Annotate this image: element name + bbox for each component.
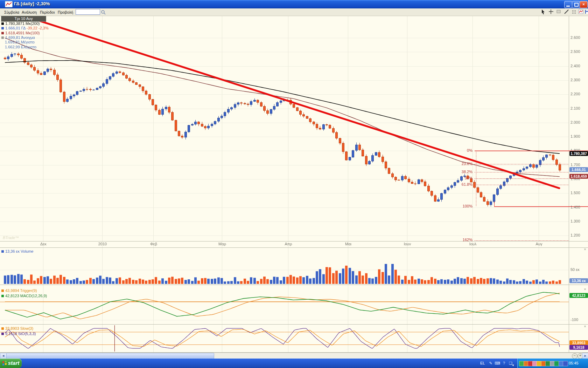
minimize-button-glyph: [566, 6, 570, 7]
restore-button[interactable]: [572, 1, 580, 8]
legend-text: 1.662,99 Ελάχιστο: [5, 45, 36, 49]
price-tick-label: 1.400: [570, 205, 587, 209]
clock: 05:45: [569, 361, 579, 365]
trendline-icon[interactable]: [563, 9, 570, 15]
cursor-icon[interactable]: [540, 9, 547, 15]
axis-value-tag: 42,8123: [569, 293, 588, 298]
help-icon[interactable]: ?: [501, 360, 507, 366]
symbol-search-input[interactable]: [76, 9, 100, 15]
legend-marker: [1, 250, 4, 253]
price-tick-label: 2.200: [570, 92, 587, 96]
price-tick-label: 1.500: [570, 191, 587, 195]
stoch-legend-row: 9,1618 StO(5,3,3): [1, 332, 36, 336]
axis-value-tag: 13,36 εκ: [569, 278, 588, 283]
menu-item-Ανάλυση[interactable]: Ανάλυση: [20, 9, 38, 15]
month-label-Δεκ: Δεκ: [37, 242, 49, 246]
menu-item-Σύμβολα[interactable]: Σύμβολα: [3, 9, 21, 15]
month-label-Απρ: Απρ: [282, 242, 294, 246]
network-icon[interactable]: [563, 361, 568, 366]
legend-text: 1.699,81 Μέγιστο: [5, 40, 35, 44]
region-icon[interactable]: [555, 9, 562, 15]
fib-label: 100%: [451, 204, 472, 208]
price-tick-label: 2.100: [570, 106, 587, 110]
legend-text: 1.699,81 Άνοιγμα: [5, 35, 35, 40]
language-indicator[interactable]: EL: [480, 361, 485, 365]
windows-logo-icon: [2, 359, 7, 364]
start-button[interactable]: start: [0, 359, 22, 368]
legend-text: 1.618,4591 Μκ(100): [5, 31, 40, 35]
fib-label: 162%: [451, 238, 472, 242]
system-tray: 05:45: [517, 359, 588, 368]
legend-text: 1.666,01 ΓΔ: [5, 26, 27, 30]
macd-pane-close-icon[interactable]: ×: [583, 287, 587, 291]
crosshair-icon[interactable]: [548, 9, 554, 15]
macd-axis-label: -100: [570, 318, 587, 322]
price-tick-label: 1.300: [570, 219, 587, 223]
chart-legend-row: 1.699,81 Μέγιστο: [5, 40, 35, 45]
month-label-Φεβ: Φεβ: [148, 242, 160, 246]
stoch-pane-close-icon[interactable]: ×: [583, 325, 587, 328]
month-label-Μαρ: Μαρ: [216, 242, 228, 246]
minimize-button[interactable]: [564, 1, 572, 8]
axis-value-tag: 1.618,459: [569, 174, 588, 179]
close-button[interactable]: ×: [580, 1, 588, 8]
macd-legend-row: 42,8123 MACD(12,26,9): [1, 294, 47, 298]
chart-canvas[interactable]: [0, 16, 588, 353]
menu-item-Προβολή[interactable]: Προβολή: [56, 9, 75, 15]
menu-item-Περίοδοι[interactable]: Περίοδοι: [38, 9, 56, 15]
fib-label: 38.2%: [451, 170, 472, 174]
chart-legend-row: 1.618,4591 Μκ(100): [1, 31, 40, 35]
legend-marker: [1, 327, 4, 330]
fib-label: 50%: [451, 176, 472, 180]
chart-legend-row: 1.780,3871 Μκ(200): [1, 21, 40, 26]
axis-value-tag: 9,1618: [569, 345, 588, 350]
save-icon[interactable]: [584, 9, 588, 15]
chart-legend-row: 1.662,99 Ελάχιστο: [5, 45, 36, 49]
date-tooltip: Τρι 10 Αυγ: [1, 16, 46, 22]
price-tick-label: 2.600: [570, 35, 587, 40]
stoch-legend-row: 33,8903 Slow(3): [1, 326, 33, 330]
price-tick-label: 2.400: [570, 64, 587, 68]
horizontal-scrollbar[interactable]: ◄ − + ►: [0, 353, 588, 359]
month-label-Ιουλ: Ιουλ: [467, 242, 479, 246]
fib-label: 0%: [451, 148, 472, 152]
watermark: BTrade™: [3, 236, 19, 240]
axis-value-tag: 1.666,01: [569, 167, 588, 172]
application-window: { "window": { "title": "ΓΔ [daily] -2,30…: [0, 0, 588, 368]
restore-button-glyph: [574, 3, 579, 7]
volume-axis-label: 50 εκ: [570, 267, 587, 272]
legend-marker: [1, 295, 4, 297]
month-label-2010: 2010: [97, 242, 108, 246]
pen-icon[interactable]: ✎: [488, 360, 493, 366]
price-tick-label: 1.700: [570, 163, 587, 167]
search-icon[interactable]: [101, 10, 106, 16]
app-chart-icon: [5, 1, 13, 7]
legend-text: -39,22 -2,3%: [27, 26, 49, 30]
title-bar: ΓΔ [daily] -2,30% ×: [0, 0, 588, 8]
price-tick-label: 2.000: [570, 120, 587, 124]
chart-legend-row: 1.699,81 Άνοιγμα: [1, 35, 35, 40]
month-label-Αυγ: Αυγ: [533, 242, 545, 246]
legend-marker: [1, 36, 4, 39]
legend-text: 1.780,3871 Μκ(200): [5, 21, 40, 26]
macd-legend-row: 43,9894 Trigger(9): [1, 288, 37, 293]
start-label: start: [8, 360, 20, 366]
legend-marker: [1, 22, 4, 25]
language-dropdown-arrow-icon[interactable]: ▼: [512, 364, 514, 367]
grid-dots-icon[interactable]: [571, 9, 578, 15]
axis-value-tag: 1.780,387: [569, 151, 588, 156]
month-label-Μαι: Μαι: [342, 242, 354, 246]
legend-marker: [1, 32, 4, 34]
price-tick-label: 2.500: [570, 49, 587, 54]
fib-label: 23.6%: [451, 162, 472, 166]
fib-label: 61.8%: [451, 182, 472, 186]
chart-legend-row: 1.666,01 ΓΔ -39,22 -2,3%: [1, 26, 49, 30]
zoom-out-button[interactable]: −: [572, 353, 578, 359]
legend-marker: [1, 333, 4, 335]
keyboard-icon[interactable]: ⌨: [495, 360, 500, 366]
volume-legend: 13,36 εκ Volume: [1, 249, 34, 253]
chart-icon[interactable]: [578, 9, 584, 15]
volume-pane-close-icon[interactable]: ×: [583, 247, 587, 251]
menu-bar: ΣύμβολαΑνάλυσηΠερίοδοιΠροβολή: [0, 8, 588, 16]
price-tick-label: 2.300: [570, 78, 587, 82]
